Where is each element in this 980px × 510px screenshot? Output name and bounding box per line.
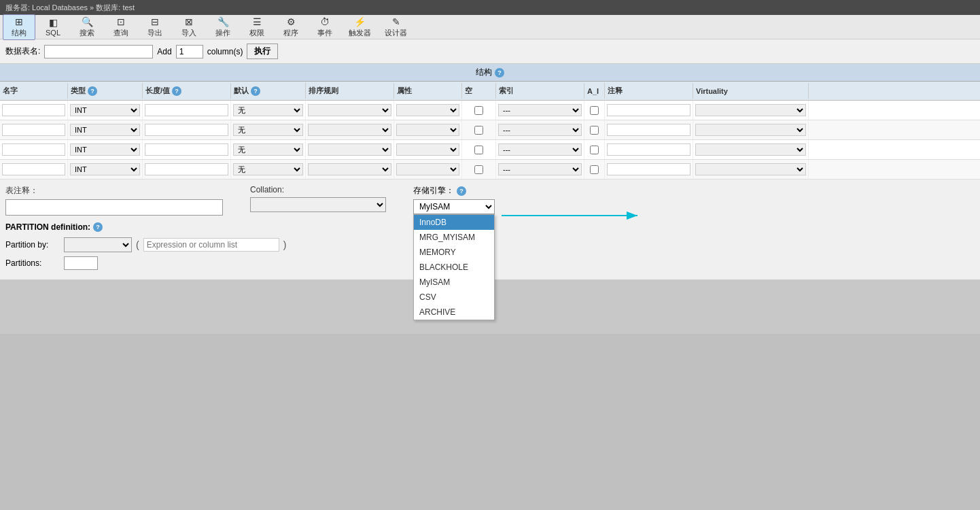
dropdown-item-mrg[interactable]: MRG_MYISAM <box>414 230 494 245</box>
col-header-comment: 注释 <box>605 83 693 99</box>
default-select-3[interactable]: 无NULL <box>233 143 303 156</box>
program-label: 程序 <box>283 28 298 38</box>
partitions-input[interactable] <box>64 256 98 270</box>
dropdown-item-blackhole[interactable]: BLACKHOLE <box>414 260 494 275</box>
toolbar-btn-permission[interactable]: ☰ 权限 <box>241 14 273 40</box>
name-input-2[interactable] <box>2 124 65 136</box>
storage-info-icon: ? <box>457 186 466 196</box>
cell-ai-2 <box>584 120 605 139</box>
index-select-2[interactable]: ---PRIMARY <box>498 124 582 136</box>
search-icon: 🔍 <box>82 16 93 27</box>
name-input-1[interactable] <box>2 104 65 116</box>
partition-by-label: Partition by: <box>5 240 60 250</box>
exec-button[interactable]: 执行 <box>247 44 278 59</box>
type-select-2[interactable]: INTVARCHARTEXT <box>70 124 140 136</box>
cell-default-3: 无NULL <box>231 140 306 159</box>
toolbar-btn-search[interactable]: 🔍 搜索 <box>71 14 103 40</box>
name-input-4[interactable] <box>2 163 65 175</box>
dropdown-item-memory[interactable]: MEMORY <box>414 245 494 260</box>
length-input-4[interactable] <box>145 163 228 175</box>
null-checkbox-3[interactable] <box>474 146 483 154</box>
expression-input[interactable] <box>143 238 279 252</box>
toolbar-btn-program[interactable]: ⚙ 程序 <box>275 14 307 40</box>
bottom-section: 表注释： Collation: 存储引擎： ? MyISAM <box>0 180 980 279</box>
cell-name-2 <box>0 120 68 139</box>
default-select-2[interactable]: 无NULL <box>233 124 303 136</box>
cell-comment-3 <box>605 140 693 159</box>
dropdown-item-csv[interactable]: CSV <box>414 290 494 305</box>
col-header-default: 默认 ? <box>231 83 306 99</box>
dropdown-item-myisam[interactable]: MyISAM <box>414 275 494 290</box>
toolbar-btn-structure[interactable]: ⊞ 结构 <box>3 14 35 40</box>
length-input-2[interactable] <box>145 124 228 136</box>
toolbar-btn-operation[interactable]: 🔧 操作 <box>207 14 239 40</box>
ai-checkbox-2[interactable] <box>590 126 599 135</box>
index-select-3[interactable]: --- <box>498 143 582 156</box>
collation-select-1[interactable] <box>308 104 391 116</box>
comment-input-2[interactable] <box>607 124 690 136</box>
toolbar-btn-export[interactable]: ⊟ 导出 <box>139 14 171 40</box>
length-input-3[interactable] <box>145 143 228 156</box>
cell-length-4 <box>143 160 231 179</box>
partition-by-select[interactable]: HASH KEY RANGE LIST <box>64 237 132 252</box>
toolbar-btn-import[interactable]: ⊠ 导入 <box>173 14 205 40</box>
index-select-4[interactable]: --- <box>498 163 582 175</box>
default-select-4[interactable]: 无NULL <box>233 163 303 175</box>
name-input-3[interactable] <box>2 143 65 156</box>
type-select-1[interactable]: INTVARCHARTEXTDATE <box>70 104 140 116</box>
tablename-input[interactable] <box>44 45 153 58</box>
collation-select-3[interactable] <box>308 143 391 156</box>
storage-dropdown-list[interactable]: InnoDB MRG_MYISAM MEMORY BLACKHOLE MyISA… <box>413 214 495 320</box>
ai-checkbox-4[interactable] <box>590 165 599 174</box>
toolbar-btn-event[interactable]: ⏱ 事件 <box>309 14 341 40</box>
operation-label: 操作 <box>215 28 230 38</box>
virtuality-select-4[interactable] <box>695 163 806 175</box>
dropdown-item-innodb[interactable]: InnoDB <box>414 215 494 230</box>
default-select-1[interactable]: 无NULLCURRENT_TIMESTAMP0 <box>233 104 303 116</box>
toolbar-btn-sql[interactable]: ◧ SQL <box>37 15 69 39</box>
virtuality-select-2[interactable] <box>695 124 806 136</box>
virtuality-select-3[interactable] <box>695 143 806 156</box>
collation-select-2[interactable] <box>308 124 391 136</box>
null-checkbox-2[interactable] <box>474 126 483 135</box>
storage-engine-group: 存储引擎： ? MyISAM InnoDB MRG_MYISAM MEMORY … <box>413 185 495 214</box>
column-count-input[interactable] <box>176 45 203 58</box>
col-header-null: 空 <box>462 83 496 99</box>
table-row: INTVARCHAR 无NULL --- <box>0 140 980 160</box>
ai-checkbox-3[interactable] <box>590 146 599 154</box>
table-comment-input[interactable] <box>5 199 223 216</box>
query-label: 查询 <box>113 28 128 38</box>
cell-name-1 <box>0 101 68 120</box>
toolbar-btn-trigger[interactable]: ⚡ 触发器 <box>343 14 377 40</box>
length-input-1[interactable] <box>145 104 228 116</box>
toolbar-btn-designer[interactable]: ✎ 设计器 <box>379 14 413 40</box>
comment-input-3[interactable] <box>607 143 690 156</box>
comment-input-1[interactable] <box>607 104 690 116</box>
attribute-select-4[interactable] <box>396 163 459 175</box>
attribute-select-1[interactable] <box>396 104 459 116</box>
null-checkbox-1[interactable] <box>474 106 483 115</box>
event-icon: ⏱ <box>320 16 330 27</box>
sql-icon: ◧ <box>49 17 58 28</box>
index-select-1[interactable]: ---PRIMARYUNIQUEINDEX <box>498 104 582 116</box>
columns-label: column(s) <box>207 47 243 56</box>
type-select-4[interactable]: INTVARCHAR <box>70 163 140 175</box>
virtuality-select-1[interactable] <box>695 104 806 116</box>
col-header-virtuality: Virtuality <box>693 83 809 99</box>
dropdown-item-archive[interactable]: ARCHIVE <box>414 305 494 320</box>
col-header-name: 名字 <box>0 83 68 99</box>
permission-icon: ☰ <box>253 16 262 27</box>
collation-select-4[interactable] <box>308 163 391 175</box>
attribute-select-3[interactable] <box>396 143 459 156</box>
cell-index-4: --- <box>496 160 584 179</box>
comment-input-4[interactable] <box>607 163 690 175</box>
toolbar-btn-query[interactable]: ⊡ 查询 <box>105 14 137 40</box>
col-header-length: 长度/值 ? <box>143 83 231 99</box>
cell-ai-4 <box>584 160 605 179</box>
type-select-3[interactable]: INTVARCHAR <box>70 143 140 156</box>
collation-select[interactable] <box>250 197 386 212</box>
ai-checkbox-1[interactable] <box>590 106 599 115</box>
null-checkbox-4[interactable] <box>474 165 483 174</box>
attribute-select-2[interactable] <box>396 124 459 136</box>
storage-select[interactable]: MyISAM <box>413 199 495 214</box>
